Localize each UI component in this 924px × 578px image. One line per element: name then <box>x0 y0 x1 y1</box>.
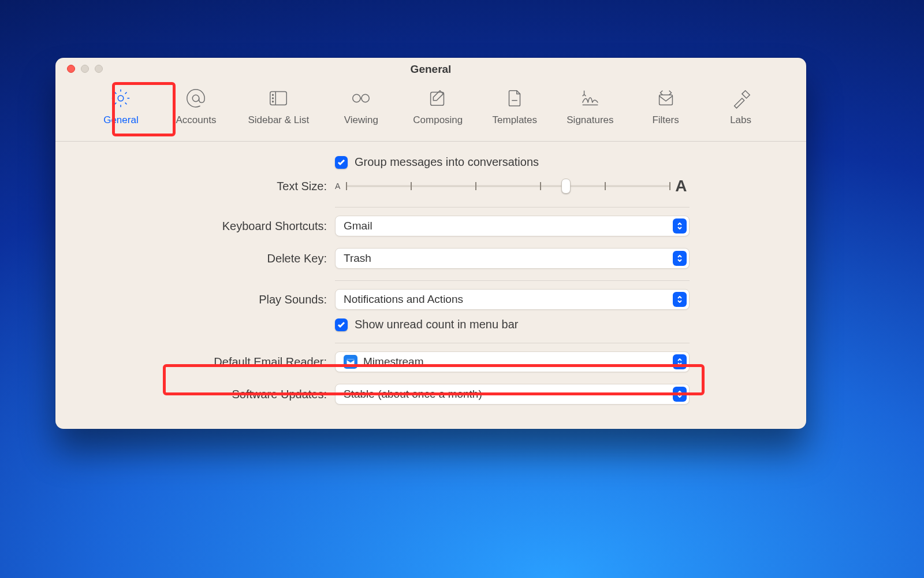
document-icon <box>502 86 527 111</box>
tab-general[interactable]: General <box>93 83 148 129</box>
separator <box>335 280 690 281</box>
svg-rect-12 <box>659 95 672 105</box>
at-sign-icon <box>183 86 208 111</box>
checkbox-label: Group messages into conversations <box>355 155 539 169</box>
tab-templates[interactable]: Templates <box>487 83 542 129</box>
software-updates-label: Software Updates: <box>79 388 335 401</box>
tab-label: Labs <box>730 114 751 126</box>
glasses-icon <box>348 86 374 111</box>
updown-stepper-icon <box>673 387 687 402</box>
svg-point-6 <box>273 101 274 102</box>
tab-label: Sidebar & List <box>248 114 309 126</box>
text-size-large-indicator: A <box>675 177 687 195</box>
svg-point-4 <box>273 94 274 95</box>
sidebar-icon <box>266 86 291 111</box>
delete-key-label: Delete Key: <box>79 252 335 265</box>
select-value: Notifications and Actions <box>344 293 463 306</box>
separator <box>335 343 690 343</box>
svg-point-1 <box>193 95 199 101</box>
default-email-reader-label: Default Email Reader: <box>79 355 335 369</box>
separator <box>335 207 690 208</box>
titlebar: General <box>55 58 806 81</box>
show-unread-menubar-checkbox[interactable]: Show unread count in menu bar <box>335 318 690 331</box>
svg-rect-9 <box>431 92 444 106</box>
tab-label: General <box>103 114 138 126</box>
select-value: Stable (about once a month) <box>344 388 482 401</box>
tab-label: Viewing <box>344 114 378 126</box>
tab-label: Accounts <box>176 114 216 126</box>
preferences-toolbar: General Accounts Sidebar & List Viewing <box>55 81 806 142</box>
tab-label: Filters <box>652 114 679 126</box>
preferences-window: General General Accounts Sidebar & List <box>55 58 806 429</box>
text-size-slider[interactable] <box>346 180 669 192</box>
play-sounds-label: Play Sounds: <box>79 293 335 306</box>
default-email-reader-select[interactable]: Mimestream <box>335 351 690 372</box>
gear-icon <box>108 86 133 111</box>
tab-signatures[interactable]: Signatures <box>562 83 618 129</box>
compose-icon <box>425 86 450 111</box>
tab-labs[interactable]: Labs <box>713 83 769 129</box>
select-value: Trash <box>344 252 371 265</box>
filter-icon <box>653 86 679 111</box>
tab-sidebar-list[interactable]: Sidebar & List <box>243 83 314 129</box>
delete-key-select[interactable]: Trash <box>335 248 690 269</box>
keyboard-shortcuts-label: Keyboard Shortcuts: <box>79 220 335 233</box>
mimestream-app-icon <box>344 355 357 369</box>
tab-label: Signatures <box>567 114 613 126</box>
window-title: General <box>55 63 806 76</box>
tab-filters[interactable]: Filters <box>638 83 694 129</box>
select-value: Mimestream <box>363 355 424 368</box>
updown-stepper-icon <box>673 354 687 369</box>
tab-viewing[interactable]: Viewing <box>333 83 389 129</box>
tab-label: Templates <box>493 114 537 126</box>
hammer-icon <box>728 86 754 111</box>
select-value: Gmail <box>344 220 372 232</box>
svg-point-0 <box>118 95 124 101</box>
general-settings-pane: Group messages into conversations Text S… <box>55 142 806 429</box>
updown-stepper-icon <box>673 251 687 266</box>
keyboard-shortcuts-select[interactable]: Gmail <box>335 216 690 236</box>
text-size-label: Text Size: <box>79 180 335 193</box>
software-updates-select[interactable]: Stable (about once a month) <box>335 384 690 405</box>
updown-stepper-icon <box>673 292 687 307</box>
svg-point-8 <box>362 94 369 102</box>
tab-label: Composing <box>413 114 463 126</box>
play-sounds-select[interactable]: Notifications and Actions <box>335 289 690 310</box>
text-size-small-indicator: A <box>335 181 340 191</box>
updown-stepper-icon <box>673 218 687 234</box>
svg-point-7 <box>353 94 360 102</box>
checkbox-label: Show unread count in menu bar <box>355 318 519 331</box>
tab-accounts[interactable]: Accounts <box>168 83 223 129</box>
checkmark-icon <box>335 318 348 331</box>
checkmark-icon <box>335 156 348 169</box>
svg-point-5 <box>273 98 274 99</box>
group-conversations-checkbox[interactable]: Group messages into conversations <box>335 155 690 169</box>
signature-icon <box>578 86 603 111</box>
tab-composing[interactable]: Composing <box>408 83 467 129</box>
